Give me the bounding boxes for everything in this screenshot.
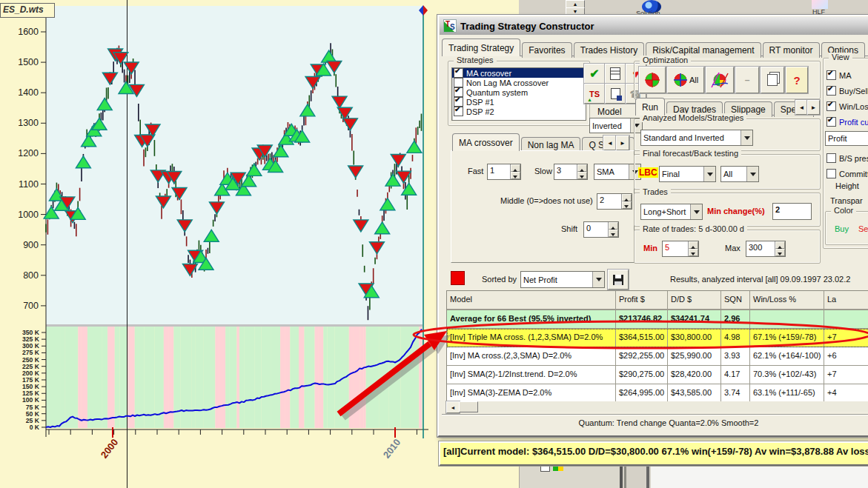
view-option[interactable]: Buy/Sell: [826, 83, 868, 98]
report-button[interactable]: [605, 64, 626, 84]
strategy-item[interactable]: DSP #1: [452, 97, 586, 107]
svg-text:1300: 1300: [18, 118, 39, 128]
table-cell: +7: [824, 329, 868, 347]
optimize-all-button[interactable]: All: [667, 67, 704, 93]
hscroll-left-button[interactable]: ◄: [446, 401, 460, 413]
strategy-item[interactable]: Non Lag MA crossover: [452, 78, 586, 87]
tabs-scroll-left-button[interactable]: ◄: [603, 136, 617, 150]
svg-text:1200: 1200: [18, 148, 39, 158]
results-table[interactable]: ModelProfit $D/D $SQNWin/Loss %LaAverage…: [446, 290, 868, 404]
view-option[interactable]: Committe: [826, 166, 868, 181]
tab-favorites[interactable]: Favorites: [522, 42, 572, 58]
view-checkbox[interactable]: [826, 101, 836, 111]
middle-spinner[interactable]: 2: [597, 193, 632, 210]
strategy-checkbox[interactable]: [454, 68, 463, 78]
forecast-mode-select[interactable]: Final: [659, 166, 716, 182]
column-header[interactable]: La: [824, 291, 868, 310]
column-header[interactable]: SQN: [721, 291, 750, 310]
table-row[interactable]: Average for 66 Best (95.5% inverted)$213…: [447, 310, 868, 329]
table-header-row[interactable]: ModelProfit $D/D $SQNWin/Loss %La: [447, 291, 868, 310]
document-icon: [610, 67, 620, 80]
fast-spinner[interactable]: 1: [487, 164, 521, 180]
buy-color-label[interactable]: Buy: [835, 224, 849, 233]
copy-results-button[interactable]: [761, 67, 784, 93]
rate-max-spinner[interactable]: 300: [746, 241, 786, 257]
strategy-item[interactable]: Quantum system: [452, 87, 586, 97]
strategy-checkbox[interactable]: [454, 107, 463, 116]
view-option[interactable]: Profit cu: [826, 114, 868, 130]
hscroll-thumb[interactable]: [459, 401, 478, 412]
strategy-item[interactable]: DSP #2: [452, 107, 586, 116]
view-checkbox[interactable]: [826, 70, 836, 80]
table-cell: $25,990.00: [668, 347, 721, 366]
profit-curve-select[interactable]: Profit: [825, 131, 868, 146]
table-cell: +6: [824, 347, 868, 366]
ts-signals-button[interactable]: TS▲: [584, 84, 605, 104]
table-row[interactable]: [Inv] SMA(3)-ZEMA D=2.0%$264,995.00$43,5…: [447, 384, 868, 403]
optimization-group-label: Optimization: [640, 56, 691, 64]
color-group-label: Color: [831, 206, 856, 215]
sorted-by-select[interactable]: Net Profit: [520, 271, 605, 288]
save-document-icon: [611, 88, 620, 99]
view-checkbox[interactable]: [826, 153, 836, 163]
optimize-button[interactable]: [639, 67, 666, 93]
optimize-curves-button[interactable]: [706, 67, 734, 93]
column-header[interactable]: Model: [447, 291, 616, 310]
window-titlebar[interactable]: TS Trading Strategy Constructor: [440, 17, 868, 35]
legend-color-swatch[interactable]: [451, 271, 465, 285]
opt-tab-run[interactable]: Run: [635, 98, 665, 116]
tab-trades-history[interactable]: Trades History: [574, 42, 645, 58]
final-forecast-group-label: Final forecast/Back testing: [640, 149, 741, 158]
sorted-by-label: Sorted by: [482, 275, 517, 284]
fast-label: Fast: [468, 167, 483, 176]
view-checkbox[interactable]: [826, 117, 836, 127]
tab-rt-monitor[interactable]: RT monitor: [763, 42, 820, 58]
table-row[interactable]: [Inv] SMA(2)-1/2Inst.trend. D=2.0%$290,2…: [447, 366, 868, 384]
view-checkbox[interactable]: [826, 169, 836, 178]
height-label: Height: [835, 181, 859, 190]
view-option[interactable]: MA: [826, 67, 868, 83]
chart-file-tab[interactable]: ES_D.wts: [0, 3, 55, 18]
opt-tabs-scroll-left-button[interactable]: ◄: [795, 100, 808, 115]
min-change-label: Min change(%): [707, 207, 765, 215]
min-change-input[interactable]: 2: [772, 203, 812, 220]
view-option-label: Buy/Sell: [839, 87, 868, 96]
slow-spinner[interactable]: 3: [554, 164, 588, 180]
table-cell: $290,275.00: [616, 366, 668, 384]
save-report-button[interactable]: [605, 84, 626, 104]
column-header[interactable]: Win/Loss %: [750, 291, 824, 310]
tabs-scroll-right-button[interactable]: ►: [616, 136, 629, 150]
strategy-item[interactable]: MA crosover: [452, 68, 586, 78]
tab-trading-strategy[interactable]: Trading Strategy: [442, 39, 520, 56]
sell-color-label[interactable]: Se: [858, 224, 868, 233]
table-row-selected[interactable]: [Inv] Triple MA cross. (1,2,3,SMA) D=2.0…: [447, 329, 868, 347]
pie-target-icon: [644, 72, 660, 88]
save-results-button[interactable]: [608, 270, 629, 290]
strategies-listbox[interactable]: MA crosoverNon Lag MA crossoverQuantum s…: [451, 67, 586, 121]
table-row[interactable]: [Inv] MA cross.(2,3,SMA) D=2.0%$292,255.…: [447, 347, 868, 366]
strategy-tab-ma-crossover[interactable]: MA crossover: [452, 133, 520, 151]
forecast-interval-select[interactable]: All: [720, 166, 759, 182]
view-checkbox[interactable]: [826, 86, 836, 96]
help-button[interactable]: ?: [786, 67, 808, 93]
shift-spinner[interactable]: 0: [583, 221, 619, 238]
table-cell: [Inv] MA cross.(2,3,SMA) D=2.0%: [447, 347, 616, 366]
win-loss-bands: [46, 327, 423, 428]
column-header[interactable]: Profit $: [616, 291, 668, 310]
results-hscrollbar[interactable]: ◄: [446, 401, 868, 412]
view-option[interactable]: Win/Loss: [826, 98, 868, 114]
apply-strategy-button[interactable]: ✔: [584, 64, 605, 84]
rate-min-spinner[interactable]: 5: [662, 241, 699, 257]
table-cell: +4: [824, 384, 868, 403]
trades-group-label: Trades: [640, 187, 671, 196]
trade-direction-select[interactable]: Long+Short: [640, 204, 703, 220]
table-cell: $30,800.00: [668, 329, 721, 347]
opt-tabs-scroll-right-button[interactable]: ►: [807, 100, 820, 115]
analyzed-models-select[interactable]: Standard and Inverted: [640, 130, 753, 146]
trading-strategy-constructor-window[interactable]: TS Trading Strategy Constructor Trading …: [437, 15, 868, 437]
table-cell: 3.93: [721, 347, 750, 366]
column-header[interactable]: D/D $: [668, 291, 721, 310]
up-arrow-icon: ▲: [587, 97, 592, 102]
view-option[interactable]: B/S pres: [826, 150, 868, 166]
current-model-statusbar: [all]Current model: $364,515.00 D/D=$30,…: [439, 441, 868, 466]
